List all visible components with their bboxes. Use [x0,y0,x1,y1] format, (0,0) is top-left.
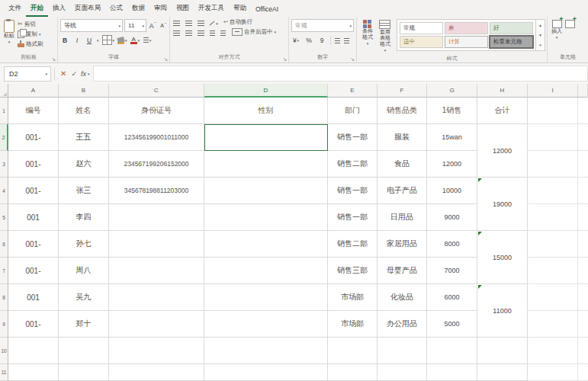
cell[interactable]: 123456199001011000 [109,124,204,151]
cell[interactable]: 001- [8,151,59,178]
phonetic-guide-button[interactable]: ▾ [143,35,152,45]
header-cell-4[interactable]: 部门 [328,98,378,124]
decrease-decimal-icon[interactable] [344,38,349,39]
cell[interactable]: 7000 [427,258,477,284]
cell[interactable]: 销售一部 [328,124,378,151]
increase-decimal-icon[interactable] [335,38,340,39]
cell[interactable]: 王五 [59,124,109,151]
cell[interactable]: 母婴产品 [378,258,427,284]
row-header-3[interactable]: 3 [0,151,8,178]
dialog-launcher-icon[interactable]: ↘ [350,56,355,62]
name-box[interactable]: D2 ▾ [4,66,51,82]
cell[interactable]: 家居用品 [378,231,427,258]
row-header-6[interactable]: 6 [0,231,8,258]
row-header-4[interactable]: 4 [0,178,8,204]
increase-font-button[interactable]: Aˆ [148,21,157,30]
cell[interactable]: 10000 [427,178,477,204]
header-cell-3[interactable]: 性别 [204,98,328,124]
font-size-select[interactable]: 11 ▾ [124,19,146,32]
cell[interactable] [477,364,528,381]
accounting-format-button[interactable]: ¥▾ [291,35,300,45]
total-cell[interactable]: 15000 [477,231,528,284]
align-bottom-icon[interactable] [198,21,204,21]
cell[interactable]: 345678198811203000 [109,178,204,204]
gallery-up-icon[interactable]: ▲ [538,23,542,27]
cell[interactable] [204,204,328,231]
cell[interactable]: 周八 [59,258,109,284]
menu-tab-home[interactable]: 开始 [26,1,48,17]
menu-tab-review[interactable]: 审阅 [149,1,172,17]
column-header-F[interactable]: F [378,84,427,98]
cell[interactable]: 孙七 [59,231,109,258]
cell[interactable]: 001- [8,258,59,284]
column-header-C[interactable]: C [109,84,204,98]
row-header-10[interactable]: 10 [0,338,8,364]
row-header-2[interactable]: 2 [0,124,8,151]
cell[interactable] [477,338,528,364]
column-header-I[interactable]: I [528,84,578,98]
dialog-launcher-icon[interactable]: ↘ [51,56,56,62]
cell[interactable] [204,151,328,178]
fill-color-button[interactable]: ▾ [117,35,127,45]
cell[interactable]: 郑十 [59,311,109,338]
total-cell[interactable]: 11000 [477,284,528,338]
cell[interactable]: 001- [8,178,59,204]
cell[interactable] [8,364,59,381]
format-painter-button[interactable]: 格式刷 [16,39,45,49]
cell[interactable]: 001 [8,204,59,231]
underline-button[interactable]: U [85,35,94,45]
dialog-launcher-icon[interactable]: ↘ [282,56,287,62]
cell-style-bad[interactable]: 差 [445,22,488,34]
header-cell-5[interactable]: 销售品类 [378,98,427,124]
cell[interactable] [109,338,204,364]
menu-tab-officeai[interactable]: OfficeAI [251,2,283,17]
gallery-down-icon[interactable]: ▼ [538,33,542,37]
cell[interactable] [204,311,328,338]
conditional-formatting-button[interactable]: 条件格式 ▾ [359,19,376,47]
gallery-more-icon[interactable]: ▾ [539,43,541,47]
menu-tab-help[interactable]: 帮助 [229,1,251,17]
cell[interactable]: 12000 [427,151,477,178]
merge-center-button[interactable]: 合并后居中 ▾ [230,27,278,37]
italic-button[interactable]: I [72,35,82,45]
cell[interactable]: 001 [8,284,59,311]
cell[interactable]: 销售一部 [328,178,378,204]
cell[interactable] [109,311,204,338]
insert-function-icon[interactable]: fx [79,70,88,78]
cell[interactable]: 001- [8,124,59,151]
cell-style-normal[interactable]: 常规 [400,22,443,34]
dialog-launcher-icon[interactable]: ↘ [163,56,168,62]
align-left-icon[interactable] [173,30,180,31]
cell[interactable]: 9000 [427,204,477,231]
increase-indent-icon[interactable] [220,30,226,31]
cell[interactable] [109,364,204,381]
header-cell-6[interactable]: 1销售 [427,98,477,124]
menu-tab-view[interactable]: 视图 [172,1,194,17]
bold-button[interactable]: B [60,35,69,45]
cell[interactable]: 市场部 [328,311,378,338]
align-center-icon[interactable] [185,30,192,31]
cell-style-check-cell[interactable]: 检查单元格 [490,36,533,48]
cell[interactable]: 销售一部 [328,204,378,231]
menu-tab-formulas[interactable]: 公式 [105,1,127,17]
menu-tab-insert[interactable]: 插入 [48,1,70,17]
cell[interactable] [109,258,204,284]
column-header-D[interactable]: D [204,84,328,98]
cell[interactable] [109,204,204,231]
cell[interactable] [427,364,477,381]
menu-tab-page-layout[interactable]: 页面布局 [70,1,105,17]
percent-style-button[interactable]: % [304,35,313,45]
cut-button[interactable]: ✂ 剪切 [16,19,45,29]
align-top-icon[interactable] [173,21,180,21]
cell-style-neutral[interactable]: 适中 [400,36,443,48]
cell[interactable] [59,364,109,381]
cell[interactable]: 8000 [427,231,477,258]
borders-button[interactable]: ▾ [102,35,115,45]
cell[interactable]: 吴九 [59,284,109,311]
cell[interactable]: 销售二部 [328,151,378,178]
cell[interactable] [427,338,477,364]
cell[interactable] [204,364,328,381]
column-header-B[interactable]: B [59,84,109,98]
cell[interactable]: 001- [8,311,59,338]
cell[interactable]: 销售三部 [328,258,378,284]
